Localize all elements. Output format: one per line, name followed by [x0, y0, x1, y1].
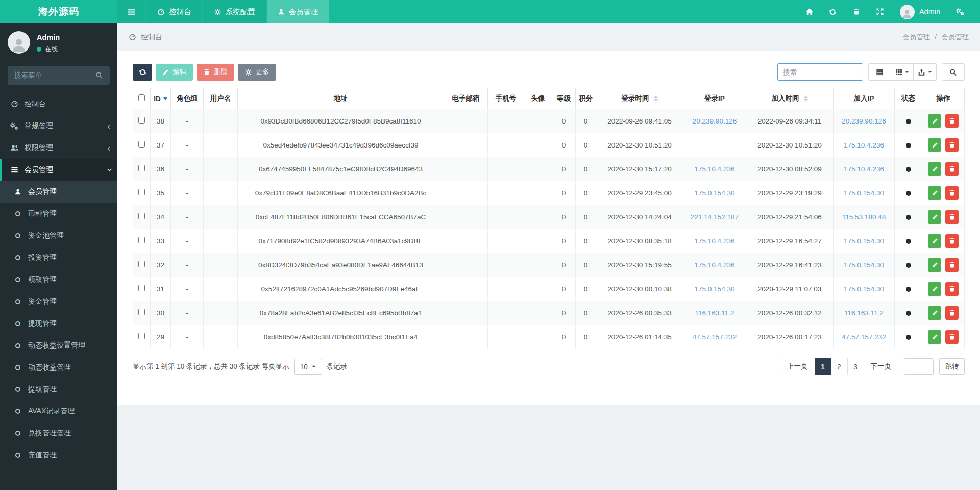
login-ip-link[interactable]: 20.239.90.126	[693, 117, 737, 125]
row-delete-button[interactable]	[945, 210, 959, 224]
sidebar-item-15[interactable]: 兑换管理管理	[0, 422, 117, 444]
brand-logo[interactable]: 海外源码	[0, 0, 117, 23]
sidebar-item-3[interactable]: 会员管理‹	[0, 159, 117, 181]
join-ip-link[interactable]: 175.10.4.236	[844, 165, 884, 173]
login-ip-link[interactable]: 175.10.4.236	[695, 261, 735, 269]
row-delete-button[interactable]	[945, 186, 959, 200]
row-checkbox[interactable]	[138, 309, 145, 315]
toggle-view-button[interactable]	[868, 63, 891, 81]
row-delete-button[interactable]	[945, 114, 959, 128]
breadcrumb[interactable]: 控制台	[141, 33, 162, 42]
nav-tab-system-config[interactable]: 系统配置	[203, 0, 266, 23]
sidebar-search-input[interactable]	[14, 71, 88, 79]
gears-icon[interactable]	[948, 0, 972, 23]
row-checkbox[interactable]	[138, 261, 145, 267]
page-button-3[interactable]: 3	[847, 358, 864, 375]
login-ip-link[interactable]: 221.14.152.187	[691, 213, 739, 221]
row-delete-button[interactable]	[945, 330, 959, 344]
select-all-checkbox[interactable]	[138, 94, 145, 101]
row-checkbox[interactable]	[138, 189, 145, 195]
trash-icon[interactable]	[845, 0, 868, 23]
row-checkbox[interactable]	[138, 165, 145, 172]
breadcrumb-parent[interactable]: 会员管理	[902, 33, 930, 42]
home-icon[interactable]	[798, 0, 821, 23]
edit-button[interactable]: 编辑	[156, 64, 193, 81]
expand-icon[interactable]	[868, 0, 892, 23]
row-checkbox[interactable]	[138, 237, 145, 243]
row-checkbox[interactable]	[138, 333, 145, 339]
login-ip-link[interactable]: 175.10.4.236	[695, 165, 735, 173]
sidebar-item-9[interactable]: 资金管理	[0, 290, 117, 312]
header-join-time[interactable]: 加入时间	[746, 88, 834, 109]
row-checkbox[interactable]	[138, 213, 145, 219]
login-ip-link[interactable]: 175.0.154.30	[695, 189, 735, 197]
sidebar-item-12[interactable]: 动态收益管理	[0, 356, 117, 378]
row-delete-button[interactable]	[945, 138, 959, 152]
login-ip-link[interactable]: 116.163.11.2	[695, 309, 734, 317]
export-button[interactable]	[913, 63, 937, 81]
row-edit-button[interactable]	[928, 258, 941, 272]
search-icon[interactable]	[95, 71, 103, 79]
row-edit-button[interactable]	[928, 138, 941, 152]
search-button[interactable]	[942, 63, 965, 81]
sidebar-item-5[interactable]: 币种管理	[0, 203, 117, 225]
jump-page-input[interactable]	[904, 358, 934, 375]
row-edit-button[interactable]	[928, 234, 941, 248]
join-ip-link[interactable]: 115.53.180.48	[842, 213, 886, 221]
refresh-icon[interactable]	[821, 0, 845, 23]
more-button[interactable]: 更多	[238, 64, 276, 81]
join-ip-link[interactable]: 20.239.90.126	[842, 117, 886, 125]
sidebar-item-0[interactable]: 控制台	[0, 93, 117, 115]
row-delete-button[interactable]	[945, 234, 959, 248]
page-button-2[interactable]: 2	[831, 358, 848, 375]
sidebar-item-7[interactable]: 投资管理	[0, 247, 117, 268]
sidebar-item-6[interactable]: 资金池管理	[0, 225, 117, 247]
table-search-input[interactable]	[777, 63, 863, 81]
sidebar-item-4[interactable]: 会员管理	[0, 181, 117, 203]
row-checkbox[interactable]	[138, 285, 145, 291]
page-size-select[interactable]: 10	[294, 359, 322, 375]
columns-button[interactable]	[891, 63, 914, 81]
row-edit-button[interactable]	[928, 186, 941, 200]
next-page-button[interactable]: 下一页	[864, 358, 899, 375]
join-ip-link[interactable]: 175.0.154.30	[844, 285, 884, 293]
sidebar-toggle-button[interactable]	[117, 0, 145, 23]
prev-page-button[interactable]: 上一页	[780, 358, 815, 375]
row-delete-button[interactable]	[945, 258, 959, 272]
row-checkbox[interactable]	[138, 117, 145, 124]
header-id[interactable]: ID	[151, 88, 171, 109]
nav-tab-dashboard[interactable]: 控制台	[146, 0, 202, 23]
row-edit-button[interactable]	[928, 282, 941, 296]
join-ip-link[interactable]: 175.0.154.30	[844, 237, 884, 245]
sidebar-item-11[interactable]: 动态收益设置管理	[0, 334, 117, 356]
join-ip-link[interactable]: 175.0.154.30	[844, 261, 884, 269]
join-ip-link[interactable]: 175.10.4.236	[844, 141, 884, 149]
user-menu[interactable]: Admin	[892, 5, 948, 19]
page-button-1[interactable]: 1	[815, 358, 831, 375]
sidebar-item-2[interactable]: 权限管理‹	[0, 137, 117, 159]
row-edit-button[interactable]	[928, 210, 941, 224]
row-edit-button[interactable]	[928, 162, 941, 176]
header-login-time[interactable]: 登录时间	[596, 88, 683, 109]
sidebar-item-8[interactable]: 领取管理	[0, 268, 117, 290]
jump-button[interactable]: 跳转	[939, 358, 965, 375]
login-ip-link[interactable]: 175.0.154.30	[695, 285, 735, 293]
row-checkbox[interactable]	[138, 141, 145, 148]
sidebar-item-14[interactable]: AVAX记录管理	[0, 400, 117, 422]
join-ip-link[interactable]: 47.57.157.232	[842, 333, 886, 341]
join-ip-link[interactable]: 116.163.11.2	[844, 309, 884, 317]
join-ip-link[interactable]: 175.0.154.30	[844, 189, 884, 197]
delete-button[interactable]: 删除	[197, 64, 234, 81]
sidebar-item-10[interactable]: 提现管理	[0, 312, 117, 334]
sidebar-item-16[interactable]: 充值管理	[0, 444, 117, 466]
row-edit-button[interactable]	[928, 306, 941, 320]
nav-tab-members[interactable]: 会员管理	[267, 0, 329, 23]
row-edit-button[interactable]	[928, 330, 941, 344]
row-delete-button[interactable]	[945, 306, 959, 320]
row-delete-button[interactable]	[945, 162, 959, 176]
login-ip-link[interactable]: 175.10.4.236	[695, 237, 735, 245]
login-ip-link[interactable]: 47.57.157.232	[693, 333, 737, 341]
sidebar-item-1[interactable]: 常规管理‹	[0, 115, 117, 137]
sidebar-item-13[interactable]: 提取管理	[0, 378, 117, 400]
row-delete-button[interactable]	[945, 282, 959, 296]
